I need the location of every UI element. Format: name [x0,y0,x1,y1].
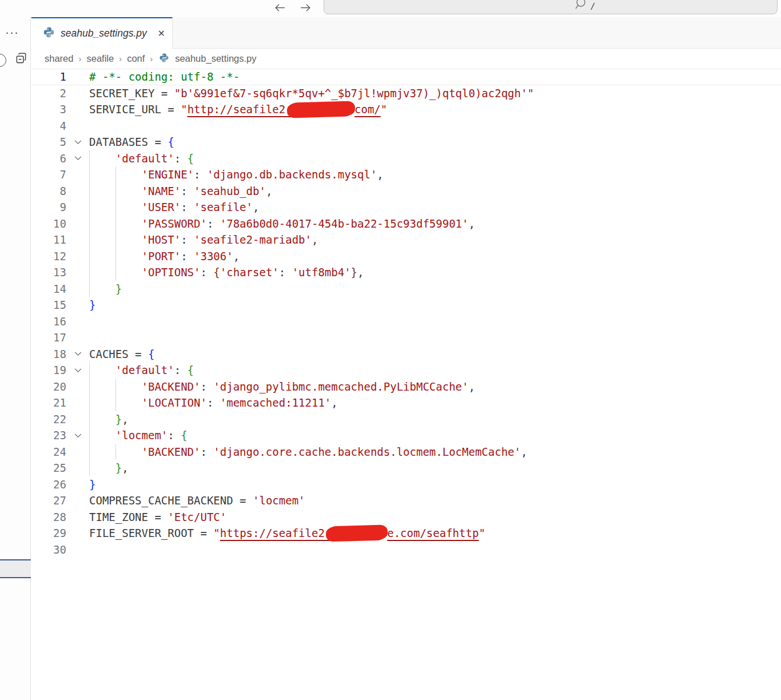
code-line[interactable]: 17 [31,329,781,346]
line-number: 9 [31,199,66,216]
code-text: } [89,281,122,297]
line-number: 17 [31,329,66,346]
code-line[interactable]: 2SECRET_KEY = "b'&991ef&7-sq6qkr*5qv+^_$… [31,85,781,102]
code-line[interactable]: 28TIME_ZONE = 'Etc/UTC' [31,509,781,526]
more-actions-icon[interactable]: ··· [5,25,19,39]
command-center-search[interactable]: / [324,0,778,14]
fold-gutter [66,216,89,232]
code-text: 'LOCATION': 'memcached:11211', [89,395,338,411]
fold-gutter [66,542,89,558]
code-line[interactable]: 20 'BACKEND': 'django_pylibmc.memcached.… [31,379,781,395]
code-text: 'USER': 'seafile', [89,199,259,216]
indent-guide [115,264,116,281]
line-number: 29 [31,525,66,542]
code-text: 'default': { [89,150,194,167]
line-number: 11 [31,232,66,248]
line-number: 20 [31,379,66,395]
back-icon[interactable] [273,1,286,17]
fold-gutter [66,297,89,313]
code-line[interactable]: 12 'PORT': '3306', [31,248,781,265]
code-line[interactable]: 26} [31,476,781,493]
indent-guide [115,379,116,395]
code-line[interactable]: 22 }, [31,411,781,428]
line-number: 27 [31,492,66,509]
code-line[interactable]: 10 'PASSWORD': '78a6b0d0-4017-454b-ba22-… [31,216,781,232]
indent-guide [89,379,90,395]
indent-guide [89,248,90,265]
breadcrumb-item[interactable]: seafile [86,53,114,64]
code-text: } [89,476,95,493]
search-icon [574,0,586,13]
chevron-right-icon: › [119,54,122,63]
breadcrumb-item[interactable]: shared [45,53,73,64]
redaction-scribble [327,526,386,542]
code-line[interactable]: 8 'NAME': 'seahub_db', [31,183,781,200]
fold-gutter [66,329,89,346]
editor-group: seahub_settings.py ✕ shared › seafile › … [31,17,781,700]
code-text: 'BACKEND': 'django.core.cache.backends.l… [89,444,527,460]
indent-guide [89,395,90,411]
line-number: 22 [31,411,66,428]
code-line[interactable]: 16 [31,313,781,330]
line-number: 10 [31,216,66,232]
line-number: 8 [31,183,66,200]
fold-gutter [66,411,89,428]
code-line[interactable]: 13 'OPTIONS': {'charset': 'utf8mb4'}, [31,264,781,281]
code-line[interactable]: 30 [31,542,781,558]
code-line[interactable]: 19 'default': { [31,362,781,379]
fold-chevron-icon[interactable] [66,346,89,363]
forward-icon[interactable] [299,1,312,17]
code-line[interactable]: 21 'LOCATION': 'memcached:11211', [31,395,781,411]
code-line[interactable]: 24 'BACKEND': 'django.core.cache.backend… [31,444,781,460]
code-text: 'BACKEND': 'django_pylibmc.memcached.PyL… [89,379,475,395]
code-line[interactable]: 18CACHES = { [31,346,781,363]
code-line[interactable]: 5DATABASES = { [31,134,781,150]
code-line[interactable]: 6 'default': { [31,150,781,167]
code-text: CACHES = { [89,346,154,363]
code-text: }, [89,411,129,428]
breadcrumb-item[interactable]: conf [127,53,145,64]
fold-gutter [66,379,89,395]
code-text: 'default': { [89,362,194,379]
fold-chevron-icon[interactable] [66,134,89,150]
search-slash-text: / [591,2,594,13]
code-line[interactable]: 25 }, [31,460,781,476]
code-line[interactable]: 11 'HOST': 'seafile2-mariadb', [31,232,781,248]
code-line[interactable]: 3SERVICE_URL = "http://seafile2.com/" [31,101,781,118]
chevron-right-icon: › [150,54,153,63]
indent-guide [115,166,116,183]
line-number: 30 [31,542,66,558]
line-number: 16 [31,313,66,330]
breadcrumb-file[interactable]: seahub_settings.py [175,53,256,64]
code-line[interactable]: 14 } [31,281,781,297]
redaction-scribble [288,101,353,117]
code-line[interactable]: 29FILE_SERVER_ROOT = "https://seafile2.e… [31,525,781,542]
line-number: 19 [31,362,66,379]
fold-gutter [66,476,89,493]
code-text: FILE_SERVER_ROOT = "https://seafile2.e.c… [89,525,485,542]
line-number: 7 [31,166,66,183]
tab-close-icon[interactable]: ✕ [158,29,165,38]
line-number: 1 [31,69,66,85]
code-line[interactable]: 27COMPRESS_CACHE_BACKEND = 'locmem' [31,492,781,509]
line-number: 6 [31,150,66,167]
code-line[interactable]: 7 'ENGINE': 'django.db.backends.mysql', [31,166,781,183]
fold-gutter [66,313,89,330]
fold-chevron-icon[interactable] [66,362,89,379]
indent-guide [115,232,116,248]
code-line[interactable]: 9 'USER': 'seafile', [31,199,781,216]
tab-seahub-settings[interactable]: seahub_settings.py ✕ [31,17,173,49]
code-line[interactable]: 1# -*- coding: utf-8 -*- [31,69,781,85]
code-line[interactable]: 4 [31,118,781,134]
line-number: 4 [31,118,66,134]
code-line[interactable]: 15} [31,297,781,313]
code-area[interactable]: 1# -*- coding: utf-8 -*-2SECRET_KEY = "b… [31,69,781,558]
fold-chevron-icon[interactable] [66,427,89,444]
code-line[interactable]: 23 'locmem': { [31,427,781,444]
tab-bar: seahub_settings.py ✕ [31,17,781,49]
left-rail: ··· [0,17,31,700]
fold-chevron-icon[interactable] [66,150,89,167]
copy-pages-icon[interactable] [14,51,28,67]
fold-gutter [66,525,89,542]
partial-circle-icon [0,54,6,67]
